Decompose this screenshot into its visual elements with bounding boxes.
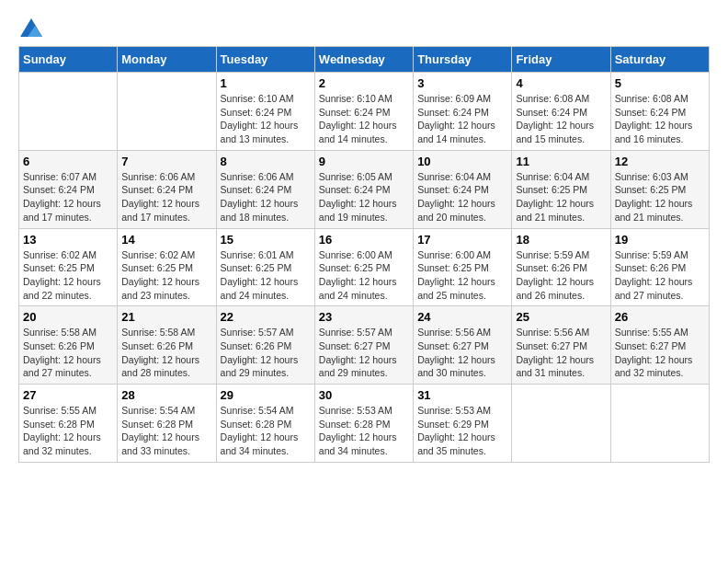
calendar-header-row: SundayMondayTuesdayWednesdayThursdayFrid… bbox=[19, 47, 710, 73]
day-number: 28 bbox=[121, 388, 211, 402]
day-number: 25 bbox=[516, 310, 606, 324]
day-number: 16 bbox=[319, 233, 409, 247]
calendar-day-header: Thursday bbox=[414, 47, 512, 73]
day-number: 24 bbox=[417, 310, 507, 324]
day-info: Sunrise: 5:54 AM Sunset: 6:28 PM Dayligh… bbox=[121, 404, 211, 458]
calendar-day-cell: 8Sunrise: 6:06 AM Sunset: 6:24 PM Daylig… bbox=[216, 150, 314, 228]
logo bbox=[18, 18, 42, 37]
calendar-day-cell: 17Sunrise: 6:00 AM Sunset: 6:25 PM Dayli… bbox=[414, 228, 512, 306]
day-info: Sunrise: 6:04 AM Sunset: 6:24 PM Dayligh… bbox=[417, 170, 507, 224]
day-info: Sunrise: 6:08 AM Sunset: 6:24 PM Dayligh… bbox=[615, 92, 705, 146]
calendar-day-cell: 5Sunrise: 6:08 AM Sunset: 6:24 PM Daylig… bbox=[610, 73, 709, 151]
calendar-day-cell: 10Sunrise: 6:04 AM Sunset: 6:24 PM Dayli… bbox=[414, 150, 512, 228]
calendar-day-cell: 28Sunrise: 5:54 AM Sunset: 6:28 PM Dayli… bbox=[118, 385, 216, 463]
calendar-day-header: Friday bbox=[512, 47, 610, 73]
day-info: Sunrise: 6:00 AM Sunset: 6:25 PM Dayligh… bbox=[417, 248, 507, 303]
calendar-day-cell: 20Sunrise: 5:58 AM Sunset: 6:26 PM Dayli… bbox=[19, 306, 118, 385]
day-info: Sunrise: 6:07 AM Sunset: 6:24 PM Dayligh… bbox=[23, 170, 113, 224]
day-info: Sunrise: 5:56 AM Sunset: 6:27 PM Dayligh… bbox=[516, 326, 606, 380]
calendar-day-header: Sunday bbox=[19, 47, 118, 73]
day-info: Sunrise: 6:06 AM Sunset: 6:24 PM Dayligh… bbox=[121, 170, 211, 224]
calendar-day-cell: 24Sunrise: 5:56 AM Sunset: 6:27 PM Dayli… bbox=[414, 306, 512, 385]
day-info: Sunrise: 5:58 AM Sunset: 6:26 PM Dayligh… bbox=[23, 326, 113, 380]
day-info: Sunrise: 6:06 AM Sunset: 6:24 PM Dayligh… bbox=[221, 170, 311, 224]
calendar: SundayMondayTuesdayWednesdayThursdayFrid… bbox=[18, 46, 710, 463]
calendar-day-cell: 7Sunrise: 6:06 AM Sunset: 6:24 PM Daylig… bbox=[118, 150, 216, 228]
calendar-day-cell: 9Sunrise: 6:05 AM Sunset: 6:24 PM Daylig… bbox=[314, 150, 413, 228]
calendar-day-cell: 2Sunrise: 6:10 AM Sunset: 6:24 PM Daylig… bbox=[314, 73, 413, 151]
day-number: 2 bbox=[319, 76, 409, 90]
calendar-day-cell: 30Sunrise: 5:53 AM Sunset: 6:28 PM Dayli… bbox=[314, 385, 413, 463]
calendar-week-row: 1Sunrise: 6:10 AM Sunset: 6:24 PM Daylig… bbox=[19, 73, 710, 151]
day-info: Sunrise: 6:09 AM Sunset: 6:24 PM Dayligh… bbox=[417, 92, 507, 146]
calendar-day-cell: 25Sunrise: 5:56 AM Sunset: 6:27 PM Dayli… bbox=[512, 306, 610, 385]
day-number: 12 bbox=[615, 155, 705, 168]
calendar-day-cell: 4Sunrise: 6:08 AM Sunset: 6:24 PM Daylig… bbox=[512, 73, 610, 151]
calendar-day-cell: 21Sunrise: 5:58 AM Sunset: 6:26 PM Dayli… bbox=[118, 306, 216, 385]
day-info: Sunrise: 5:54 AM Sunset: 6:28 PM Dayligh… bbox=[221, 404, 311, 458]
day-number: 9 bbox=[319, 155, 409, 168]
calendar-day-header: Saturday bbox=[610, 47, 709, 73]
day-info: Sunrise: 6:04 AM Sunset: 6:25 PM Dayligh… bbox=[516, 170, 606, 224]
calendar-day-cell: 23Sunrise: 5:57 AM Sunset: 6:27 PM Dayli… bbox=[314, 306, 413, 385]
day-info: Sunrise: 6:00 AM Sunset: 6:25 PM Dayligh… bbox=[319, 248, 409, 303]
day-number: 29 bbox=[221, 388, 311, 402]
day-number: 7 bbox=[121, 155, 211, 168]
day-info: Sunrise: 5:53 AM Sunset: 6:29 PM Dayligh… bbox=[417, 404, 507, 458]
calendar-day-cell: 22Sunrise: 5:57 AM Sunset: 6:26 PM Dayli… bbox=[216, 306, 314, 385]
calendar-day-cell: 3Sunrise: 6:09 AM Sunset: 6:24 PM Daylig… bbox=[414, 73, 512, 151]
day-info: Sunrise: 6:10 AM Sunset: 6:24 PM Dayligh… bbox=[319, 92, 409, 146]
day-number: 4 bbox=[516, 76, 606, 90]
day-info: Sunrise: 6:05 AM Sunset: 6:24 PM Dayligh… bbox=[319, 170, 409, 224]
day-number: 14 bbox=[121, 233, 211, 247]
calendar-day-cell: 19Sunrise: 5:59 AM Sunset: 6:26 PM Dayli… bbox=[610, 228, 709, 306]
day-info: Sunrise: 5:56 AM Sunset: 6:27 PM Dayligh… bbox=[417, 326, 507, 380]
day-info: Sunrise: 6:01 AM Sunset: 6:25 PM Dayligh… bbox=[221, 248, 311, 303]
calendar-day-cell: 26Sunrise: 5:55 AM Sunset: 6:27 PM Dayli… bbox=[610, 306, 709, 385]
day-number: 18 bbox=[516, 233, 606, 247]
calendar-day-cell: 13Sunrise: 6:02 AM Sunset: 6:25 PM Dayli… bbox=[19, 228, 118, 306]
calendar-day-header: Tuesday bbox=[216, 47, 314, 73]
page-header bbox=[18, 18, 710, 37]
day-number: 8 bbox=[221, 155, 311, 168]
day-number: 20 bbox=[23, 310, 113, 324]
calendar-day-cell: 16Sunrise: 6:00 AM Sunset: 6:25 PM Dayli… bbox=[314, 228, 413, 306]
calendar-day-cell: 31Sunrise: 5:53 AM Sunset: 6:29 PM Dayli… bbox=[414, 385, 512, 463]
day-number: 23 bbox=[319, 310, 409, 324]
day-info: Sunrise: 5:59 AM Sunset: 6:26 PM Dayligh… bbox=[615, 248, 705, 303]
calendar-day-cell bbox=[118, 73, 216, 151]
day-number: 31 bbox=[417, 388, 507, 402]
day-info: Sunrise: 5:58 AM Sunset: 6:26 PM Dayligh… bbox=[121, 326, 211, 380]
day-info: Sunrise: 6:08 AM Sunset: 6:24 PM Dayligh… bbox=[516, 92, 606, 146]
calendar-day-cell: 11Sunrise: 6:04 AM Sunset: 6:25 PM Dayli… bbox=[512, 150, 610, 228]
calendar-day-cell: 18Sunrise: 5:59 AM Sunset: 6:26 PM Dayli… bbox=[512, 228, 610, 306]
day-number: 11 bbox=[516, 155, 606, 168]
day-number: 30 bbox=[319, 388, 409, 402]
calendar-day-cell bbox=[512, 385, 610, 463]
day-info: Sunrise: 5:57 AM Sunset: 6:26 PM Dayligh… bbox=[221, 326, 311, 380]
day-info: Sunrise: 5:53 AM Sunset: 6:28 PM Dayligh… bbox=[319, 404, 409, 458]
day-info: Sunrise: 5:57 AM Sunset: 6:27 PM Dayligh… bbox=[319, 326, 409, 380]
day-info: Sunrise: 6:02 AM Sunset: 6:25 PM Dayligh… bbox=[121, 248, 211, 303]
calendar-day-header: Wednesday bbox=[314, 47, 413, 73]
day-info: Sunrise: 6:10 AM Sunset: 6:24 PM Dayligh… bbox=[221, 92, 311, 146]
day-info: Sunrise: 5:59 AM Sunset: 6:26 PM Dayligh… bbox=[516, 248, 606, 303]
day-info: Sunrise: 6:03 AM Sunset: 6:25 PM Dayligh… bbox=[615, 170, 705, 224]
day-info: Sunrise: 5:55 AM Sunset: 6:28 PM Dayligh… bbox=[23, 404, 113, 458]
day-info: Sunrise: 5:55 AM Sunset: 6:27 PM Dayligh… bbox=[615, 326, 705, 380]
calendar-day-header: Monday bbox=[118, 47, 216, 73]
day-number: 17 bbox=[417, 233, 507, 247]
calendar-week-row: 6Sunrise: 6:07 AM Sunset: 6:24 PM Daylig… bbox=[19, 150, 710, 228]
day-number: 10 bbox=[417, 155, 507, 168]
day-number: 19 bbox=[615, 233, 705, 247]
calendar-day-cell bbox=[610, 385, 709, 463]
calendar-day-cell: 27Sunrise: 5:55 AM Sunset: 6:28 PM Dayli… bbox=[19, 385, 118, 463]
day-info: Sunrise: 6:02 AM Sunset: 6:25 PM Dayligh… bbox=[23, 248, 113, 303]
calendar-day-cell bbox=[19, 73, 118, 151]
day-number: 6 bbox=[23, 155, 113, 168]
day-number: 1 bbox=[221, 76, 311, 90]
calendar-day-cell: 1Sunrise: 6:10 AM Sunset: 6:24 PM Daylig… bbox=[216, 73, 314, 151]
day-number: 13 bbox=[23, 233, 113, 247]
calendar-day-cell: 15Sunrise: 6:01 AM Sunset: 6:25 PM Dayli… bbox=[216, 228, 314, 306]
calendar-day-cell: 14Sunrise: 6:02 AM Sunset: 6:25 PM Dayli… bbox=[118, 228, 216, 306]
